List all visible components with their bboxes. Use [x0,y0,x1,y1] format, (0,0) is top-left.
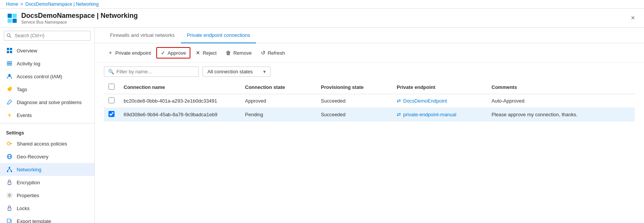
sidebar: Overview Activity log Access control (IA… [0,28,95,223]
row2-provisioning-state: Succeeded [316,108,392,122]
breadcrumb-home[interactable]: Home [6,2,18,7]
header-checkbox-cell [104,81,119,94]
state-filter-label: All connection states [207,69,253,74]
row2-checkbox-cell [104,108,119,122]
sidebar-item-events-label: Events [17,112,32,118]
svg-rect-5 [10,48,12,50]
chevron-down-icon: ▾ [263,69,266,74]
sidebar-item-tags[interactable]: Tags [0,83,94,96]
sidebar-item-encryption-label: Encryption [17,180,40,185]
svg-rect-8 [7,62,12,62]
svg-rect-2 [8,19,12,23]
toolbar: ＋ Private endpoint ✓ Approve ✕ Reject 🗑 … [95,43,644,63]
header-connection-state: Connection state [240,81,316,94]
breadcrumb-sep: > [20,2,23,7]
sidebar-item-shared-access[interactable]: Shared access policies [0,137,94,150]
sidebar-item-access-control-label: Access control (IAM) [17,74,62,79]
svg-rect-4 [7,48,9,50]
page-subtitle: Service Bus Namespace [21,20,138,24]
svg-rect-1 [13,14,17,18]
page-title: DocsDemoNamespace | Networking [21,12,138,20]
sidebar-item-encryption[interactable]: Encryption [0,176,94,189]
search-input[interactable] [4,31,91,41]
row2-endpoint-cell: ⇄ private-endpoint-manual [392,108,487,122]
app-icon [6,12,18,24]
sidebar-item-diagnose[interactable]: Diagnose and solve problems [0,96,94,109]
svg-point-13 [7,142,10,145]
row1-checkbox-cell [104,94,119,108]
endpoint-icon-1: ⇄ [397,98,401,104]
approve-button[interactable]: ✓ Approve [156,47,190,59]
svg-rect-22 [8,182,11,185]
remove-button[interactable]: 🗑 Remove [222,48,255,58]
flash-icon [6,112,13,119]
sidebar-divider [0,123,94,123]
svg-point-17 [9,167,10,168]
svg-rect-3 [13,19,17,23]
checkmark-icon: ✓ [161,50,165,56]
sidebar-item-export[interactable]: Export template [0,215,94,223]
tab-bar: Firewalls and virtual networks Private e… [95,28,644,43]
tab-firewalls[interactable]: Firewalls and virtual networks [104,28,181,43]
sidebar-item-events[interactable]: Events [0,109,94,122]
svg-point-19 [11,171,12,172]
connections-table: Connection name Connection state Provisi… [104,81,635,122]
export-icon [6,218,13,223]
sidebar-item-geo-recovery-label: Geo-Recovery [17,154,49,160]
grid-icon [6,47,13,54]
sidebar-item-geo-recovery[interactable]: Geo-Recovery [0,150,94,163]
sidebar-item-shared-access-label: Shared access policies [17,141,67,147]
svg-point-12 [10,88,11,89]
row1-endpoint-cell: ⇄ DocsDemoEndpoint [392,94,487,108]
sidebar-item-networking[interactable]: Networking [0,163,94,176]
table-row: bc20cde8-0bbb-401a-a293-2e1b0dc33491 App… [104,94,635,108]
svg-line-20 [8,168,9,171]
sidebar-item-activity-log[interactable]: Activity log [0,57,94,70]
lock-icon [6,179,13,186]
globe-icon [6,153,13,160]
sidebar-item-networking-label: Networking [17,167,41,172]
filter-row: 🔍 All connection states ▾ [95,63,644,81]
svg-rect-9 [7,63,12,64]
filter-by-name-input[interactable] [116,69,195,74]
x-icon: ✕ [196,50,200,56]
reject-button[interactable]: ✕ Reject [192,48,220,58]
header-private-endpoint: Private endpoint [392,81,487,94]
select-all-checkbox[interactable] [108,84,115,90]
sidebar-item-properties[interactable]: Properties [0,189,94,202]
row2-checkbox[interactable] [108,111,115,117]
row1-endpoint-link[interactable]: ⇄ DocsDemoEndpoint [397,98,482,104]
header-provisioning-state: Provisioning state [316,81,392,94]
sidebar-item-overview[interactable]: Overview [0,44,94,57]
svg-rect-10 [7,65,12,65]
sidebar-item-access-control[interactable]: Access control (IAM) [0,70,94,83]
svg-rect-6 [7,51,9,53]
row1-connection-name: bc20cde8-0bbb-401a-a293-2e1b0dc33491 [119,94,240,108]
refresh-icon: ↺ [261,50,265,56]
person-icon [6,73,13,80]
header-connection-name: Connection name [119,81,240,94]
filter-search-icon: 🔍 [108,69,114,74]
add-private-endpoint-button[interactable]: ＋ Private endpoint [104,47,155,58]
row2-connection-state: Pending [240,108,316,122]
refresh-button[interactable]: ↺ Refresh [257,48,289,58]
table-row: 69d308e6-9b94-45ab-8a78-9c9badca1eb9 Pen… [104,108,635,122]
trash-icon: 🗑 [226,50,231,56]
row2-endpoint-link[interactable]: ⇄ private-endpoint-manual [397,112,482,117]
sidebar-item-export-label: Export template [17,218,51,223]
svg-rect-24 [8,208,11,210]
state-filter-dropdown[interactable]: All connection states ▾ [203,66,271,77]
sidebar-item-tags-label: Tags [17,87,27,92]
sidebar-item-locks[interactable]: Locks [0,202,94,215]
endpoint-icon-2: ⇄ [397,112,401,117]
tab-private-endpoint[interactable]: Private endpoint connections [181,28,256,43]
content-area: Firewalls and virtual networks Private e… [95,28,644,223]
svg-point-18 [7,171,8,172]
row1-checkbox[interactable] [108,97,115,103]
row2-comments: Please approve my connection, thanks. [487,108,635,122]
close-button[interactable]: × [628,13,638,24]
svg-rect-7 [10,51,12,53]
svg-rect-0 [8,14,12,18]
row1-provisioning-state: Succeeded [316,94,392,108]
row1-comments: Auto-Approved [487,94,635,108]
